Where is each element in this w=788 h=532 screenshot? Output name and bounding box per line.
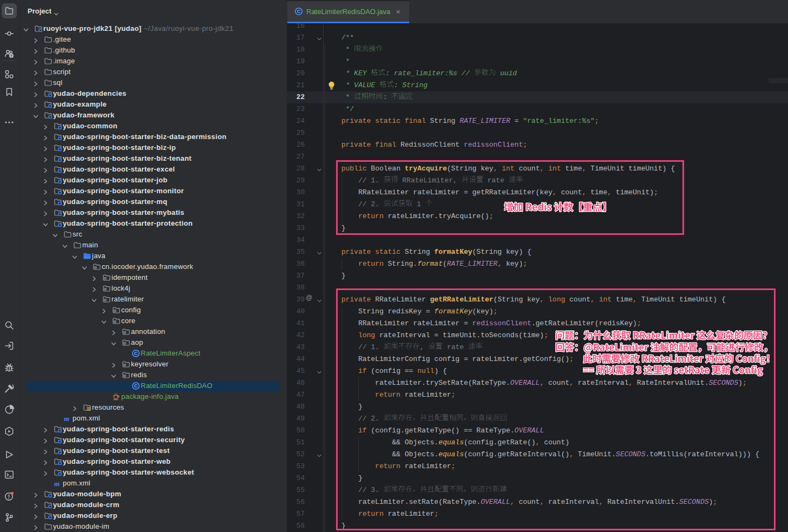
svg-text:?: ? (10, 54, 12, 58)
svg-text:C: C (134, 350, 138, 356)
svg-text:C: C (134, 383, 138, 389)
svg-text:m: m (54, 480, 60, 488)
svg-text:C: C (297, 8, 301, 14)
svg-text:m: m (64, 415, 69, 423)
